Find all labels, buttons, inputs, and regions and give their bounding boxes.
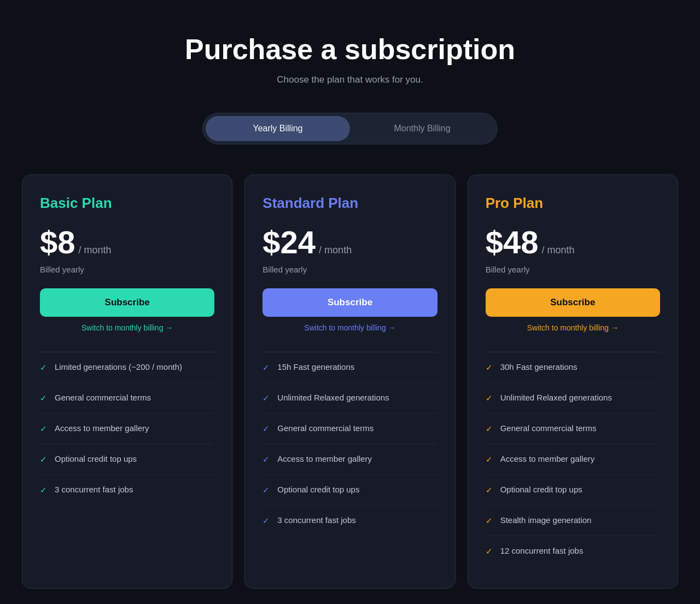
feature-text-standard-5: 3 concurrent fast jobs (277, 515, 355, 525)
yearly-billing-option[interactable]: Yearly Billing (206, 116, 350, 141)
page-subtitle: Choose the plan that works for you. (277, 74, 423, 85)
check-icon-pro-1: ✓ (486, 393, 493, 403)
feature-text-pro-4: Optional credit top ups (500, 485, 582, 494)
monthly-billing-option[interactable]: Monthly Billing (350, 116, 494, 141)
feature-item-pro-1: ✓Unlimited Relaxed generations (486, 383, 660, 414)
check-icon-pro-0: ✓ (486, 363, 493, 373)
feature-text-basic-0: Limited generations (~200 / month) (55, 362, 182, 371)
plan-name-basic: Basic Plan (40, 195, 214, 212)
check-icon-standard-1: ✓ (262, 393, 270, 403)
feature-item-basic-4: ✓3 concurrent fast jobs (40, 475, 214, 505)
feature-text-standard-3: Access to member gallery (277, 454, 372, 463)
feature-item-basic-2: ✓Access to member gallery (40, 414, 214, 444)
check-icon-standard-0: ✓ (262, 363, 270, 373)
feature-item-pro-0: ✓30h Fast generations (486, 352, 660, 383)
check-icon-basic-1: ✓ (40, 393, 47, 403)
feature-item-pro-4: ✓Optional credit top ups (486, 475, 660, 506)
feature-text-pro-3: Access to member gallery (500, 454, 595, 463)
feature-item-pro-5: ✓Stealth image generation (486, 506, 660, 536)
feature-item-standard-5: ✓3 concurrent fast jobs (262, 506, 437, 536)
subscribe-button-standard[interactable]: Subscribe (262, 288, 437, 317)
feature-text-pro-6: 12 concurrent fast jobs (500, 546, 584, 555)
feature-text-basic-2: Access to member gallery (55, 423, 149, 433)
switch-billing-link-pro[interactable]: Switch to monthly billing → (486, 323, 660, 332)
subscribe-button-pro[interactable]: Subscribe (486, 288, 660, 317)
feature-text-basic-1: General commercial terms (55, 393, 151, 402)
billing-toggle[interactable]: Yearly Billing Monthly Billing (202, 113, 498, 144)
plan-price-row-basic: $8/ month (40, 224, 214, 260)
feature-item-standard-4: ✓Optional credit top ups (262, 475, 437, 506)
feature-item-pro-3: ✓Access to member gallery (486, 444, 660, 475)
check-icon-standard-5: ✓ (262, 516, 270, 526)
feature-text-basic-4: 3 concurrent fast jobs (55, 485, 133, 494)
switch-billing-link-basic[interactable]: Switch to monthly billing → (40, 323, 214, 332)
plan-price-row-pro: $48/ month (486, 224, 660, 260)
feature-text-basic-3: Optional credit top ups (55, 454, 137, 463)
plan-price-pro: $48 (486, 224, 539, 260)
plan-period-basic: / month (79, 245, 112, 256)
check-icon-basic-0: ✓ (40, 363, 47, 373)
plan-period-standard: / month (319, 245, 352, 256)
feature-text-standard-2: General commercial terms (277, 423, 374, 433)
plan-card-basic: Basic Plan$8/ monthBilled yearlySubscrib… (22, 175, 232, 589)
feature-text-pro-0: 30h Fast generations (500, 362, 578, 371)
check-icon-pro-2: ✓ (486, 424, 493, 434)
feature-item-standard-1: ✓Unlimited Relaxed generations (262, 383, 437, 414)
feature-text-pro-5: Stealth image generation (500, 515, 592, 525)
feature-item-pro-2: ✓General commercial terms (486, 414, 660, 444)
feature-item-basic-1: ✓General commercial terms (40, 383, 214, 414)
plan-card-pro: Pro Plan$48/ monthBilled yearlySubscribe… (468, 175, 678, 589)
switch-billing-link-standard[interactable]: Switch to monthly billing → (262, 323, 437, 332)
feature-item-basic-0: ✓Limited generations (~200 / month) (40, 352, 214, 383)
plans-container: Basic Plan$8/ monthBilled yearlySubscrib… (22, 175, 678, 589)
feature-text-pro-2: General commercial terms (500, 423, 597, 433)
feature-text-standard-0: 15h Fast generations (277, 362, 354, 371)
feature-text-pro-1: Unlimited Relaxed generations (500, 393, 612, 402)
check-icon-pro-5: ✓ (486, 516, 493, 526)
plan-period-pro: / month (541, 245, 574, 256)
page-title: Purchase a subscription (185, 33, 515, 66)
feature-item-standard-0: ✓15h Fast generations (262, 352, 437, 383)
feature-item-basic-3: ✓Optional credit top ups (40, 444, 214, 475)
feature-item-standard-3: ✓Access to member gallery (262, 444, 437, 475)
check-icon-basic-2: ✓ (40, 424, 47, 434)
check-icon-pro-3: ✓ (486, 455, 493, 464)
check-icon-standard-4: ✓ (262, 485, 270, 495)
check-icon-basic-4: ✓ (40, 485, 47, 495)
subscribe-button-basic[interactable]: Subscribe (40, 288, 214, 317)
plan-price-standard: $24 (262, 224, 316, 260)
plan-price-basic: $8 (40, 224, 75, 260)
plan-card-standard: Standard Plan$24/ monthBilled yearlySubs… (244, 175, 455, 589)
check-icon-pro-6: ✓ (486, 547, 493, 556)
feature-text-standard-4: Optional credit top ups (277, 485, 359, 494)
feature-item-pro-6: ✓12 concurrent fast jobs (486, 536, 660, 566)
check-icon-standard-3: ✓ (262, 455, 270, 464)
feature-item-standard-2: ✓General commercial terms (262, 414, 437, 444)
plan-price-row-standard: $24/ month (262, 224, 437, 260)
plan-billing-note-pro: Billed yearly (486, 265, 660, 274)
plan-billing-note-basic: Billed yearly (40, 265, 214, 274)
plan-name-pro: Pro Plan (486, 195, 660, 212)
plan-name-standard: Standard Plan (262, 195, 437, 212)
check-icon-pro-4: ✓ (486, 485, 493, 495)
plan-billing-note-standard: Billed yearly (262, 265, 437, 274)
feature-text-standard-1: Unlimited Relaxed generations (277, 393, 389, 402)
check-icon-standard-2: ✓ (262, 424, 270, 434)
check-icon-basic-3: ✓ (40, 455, 47, 464)
